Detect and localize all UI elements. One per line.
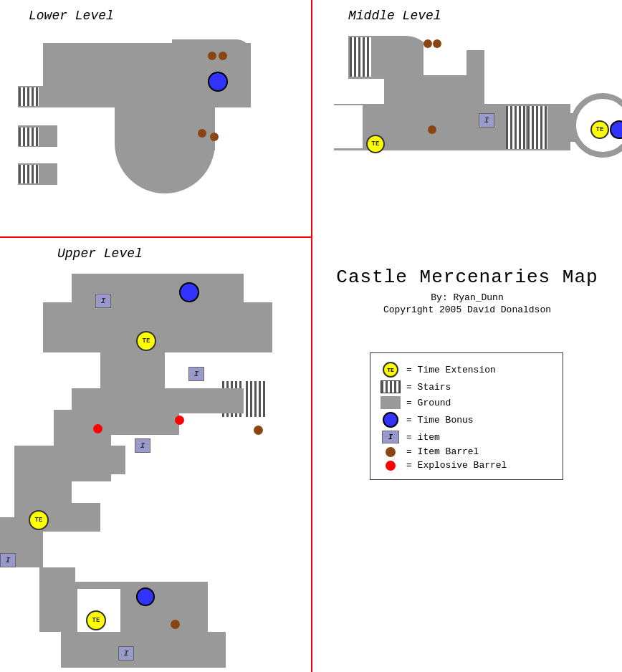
time-bonus-upper-1 — [179, 282, 199, 302]
upper-level-section: Upper Level TE TE TE I I I I I — [0, 238, 311, 672]
middle-level-section: Middle Level I TE TE — [312, 0, 622, 236]
upper-level-label: Upper Level — [57, 246, 143, 261]
te-upper-1: TE — [136, 331, 156, 351]
ground-upper-vconn — [100, 352, 165, 388]
legend-blue-icon — [383, 412, 398, 428]
ground-upper-path3 — [14, 446, 125, 474]
stairs-mid-1 — [350, 37, 371, 77]
item-marker-mid: I — [479, 113, 494, 128]
item-barrel-mid-3 — [428, 125, 436, 134]
ground-upper-hbar — [43, 302, 272, 352]
legend-box: TE = Time Extension = Stairs = Ground = … — [370, 352, 563, 480]
map-copyright: Copyright 2005 David Donaldson — [312, 304, 622, 315]
map-author: By: Ryan_Dunn — [312, 292, 622, 303]
stairs-upper-2 — [246, 381, 267, 417]
legend-item-symbol: I — [379, 431, 402, 443]
te-marker-mid: TE — [366, 135, 385, 153]
map-title: Castle Mercenaries Map — [312, 267, 622, 288]
stairs-lower-3 — [19, 165, 39, 183]
item-upper-2: I — [188, 367, 204, 381]
te-upper-2: TE — [29, 510, 49, 530]
legend-blue-symbol — [379, 412, 402, 428]
legend-stairs-icon — [381, 380, 401, 393]
legend-te-symbol: TE — [379, 362, 402, 378]
explosive-barrel-upper-1 — [175, 416, 184, 425]
te-upper-3: TE — [86, 610, 106, 630]
legend-ground-label: = Ground — [406, 398, 451, 408]
item-barrel-mid-1 — [424, 39, 432, 48]
legend-explosive-label: = Explosive Barrel — [406, 460, 507, 471]
stairs-mid-2 — [506, 106, 526, 149]
legend-item-te: TE = Time Extension — [379, 362, 554, 378]
item-barrel-lower-4 — [210, 133, 219, 141]
item-upper-5: I — [118, 646, 134, 661]
ground-bottom-plat — [61, 632, 226, 668]
legend-brown-icon — [386, 447, 396, 457]
legend-stairs-symbol — [379, 380, 402, 393]
item-barrel-lower-1 — [208, 52, 216, 60]
lower-level-section: Lower Level — [0, 0, 311, 236]
item-barrel-mid-2 — [433, 39, 441, 48]
stairs-mid-3 — [527, 106, 547, 149]
legend-stairs-label: = Stairs — [406, 382, 451, 393]
middle-level-label: Middle Level — [348, 9, 441, 23]
stairs-lower-1 — [19, 87, 39, 106]
legend-item-item: I = item — [379, 431, 554, 443]
item-upper-1: I — [95, 294, 111, 308]
item-upper-3: I — [135, 438, 150, 453]
legend-ground-icon — [381, 396, 401, 409]
time-bonus-lower — [208, 72, 228, 92]
legend-te-icon: TE — [383, 362, 398, 378]
item-barrel-upper-1 — [254, 426, 263, 435]
vertical-divider — [311, 0, 312, 672]
legend-section: Castle Mercenaries Map By: Ryan_Dunn Cop… — [312, 238, 622, 672]
item-barrel-lower-2 — [219, 52, 227, 60]
legend-barrel-label: = Item Barrel — [406, 446, 479, 457]
ground-circle-room — [115, 100, 215, 193]
legend-ground-symbol — [379, 396, 402, 409]
legend-item-ground: = Ground — [379, 396, 554, 409]
explosive-barrel-upper-2 — [93, 424, 102, 433]
legend-brown-symbol — [379, 447, 402, 457]
legend-item-label: = item — [406, 432, 440, 443]
legend-item-barrel: = Item Barrel — [379, 446, 554, 457]
legend-item-stairs: = Stairs — [379, 380, 554, 393]
white-room-corridor — [334, 105, 363, 148]
lower-level-label: Lower Level — [29, 9, 114, 23]
item-barrel-lower-3 — [198, 129, 206, 138]
legend-blue-label: = Time Bonus — [406, 415, 474, 426]
legend-item-explosive: = Explosive Barrel — [379, 460, 554, 471]
legend-red-icon — [386, 461, 396, 471]
legend-item-timebonus: = Time Bonus — [379, 412, 554, 428]
horizontal-divider — [0, 236, 311, 238]
time-bonus-upper-2 — [136, 587, 155, 606]
legend-item-icon: I — [382, 431, 399, 443]
legend-red-symbol — [379, 461, 402, 471]
te-marker-mid-right: TE — [590, 120, 609, 139]
item-upper-4: I — [0, 553, 16, 567]
legend-te-label: = Time Extension — [406, 365, 496, 375]
stairs-lower-2 — [19, 128, 39, 146]
item-barrel-upper-2 — [171, 620, 180, 629]
title-block: Castle Mercenaries Map By: Ryan_Dunn Cop… — [312, 267, 622, 315]
